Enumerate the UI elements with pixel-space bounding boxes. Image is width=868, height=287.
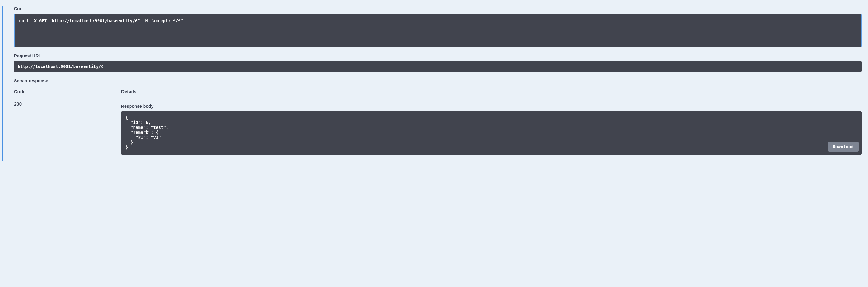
details-column-header: Details xyxy=(121,89,862,94)
server-response-label: Server response xyxy=(14,78,862,83)
request-url-label: Request URL xyxy=(14,54,862,58)
response-body-box[interactable]: { "id": 6, "name": "test", "remark": { "… xyxy=(121,111,862,155)
curl-label: Curl xyxy=(14,6,862,11)
curl-command-box[interactable]: curl -X GET "http://localhost:9001/basee… xyxy=(14,14,862,47)
response-code-value: 200 xyxy=(14,101,121,155)
code-column-header: Code xyxy=(14,89,121,94)
response-body-label: Response body xyxy=(121,104,862,109)
response-body-text: { "id": 6, "name": "test", "remark": { "… xyxy=(125,115,168,150)
response-row: 200 Response body { "id": 6, "name": "te… xyxy=(14,97,862,155)
response-panel: Curl curl -X GET "http://localhost:9001/… xyxy=(2,6,868,161)
curl-command-text: curl -X GET "http://localhost:9001/basee… xyxy=(19,18,183,23)
response-table-header: Code Details xyxy=(14,89,862,97)
request-url-box[interactable]: http://localhost:9001/baseentity/6 xyxy=(14,61,862,72)
download-button[interactable]: Download xyxy=(828,141,859,152)
request-url-text: http://localhost:9001/baseentity/6 xyxy=(18,64,103,69)
response-details-cell: Response body { "id": 6, "name": "test",… xyxy=(121,101,862,155)
